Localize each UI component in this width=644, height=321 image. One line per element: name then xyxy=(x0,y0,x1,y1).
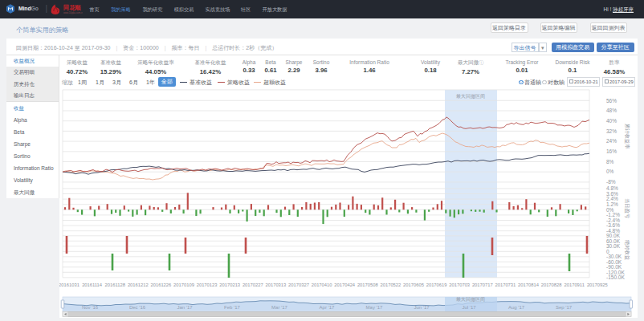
svg-text:24%: 24% xyxy=(606,138,617,144)
svg-text:Mar '17: Mar '17 xyxy=(271,305,287,310)
svg-text:Jul '17: Jul '17 xyxy=(462,305,476,310)
svg-text:最大回撤区间: 最大回撤区间 xyxy=(456,296,485,303)
svg-text:Jan '17: Jan '17 xyxy=(177,305,193,310)
svg-text:8%: 8% xyxy=(606,159,614,165)
svg-text:Jun '17: Jun '17 xyxy=(414,305,430,310)
svg-text:Feb '17: Feb '17 xyxy=(224,305,240,310)
svg-text:20170605: 20170605 xyxy=(403,282,424,287)
svg-text:20170109: 20170109 xyxy=(173,282,194,287)
svg-text:Aug '17: Aug '17 xyxy=(508,305,525,310)
svg-text:20170410: 20170410 xyxy=(312,282,332,287)
svg-text:20161212: 20161212 xyxy=(128,282,149,287)
svg-text:Apr '17: Apr '17 xyxy=(320,305,335,310)
svg-text:-8%: -8% xyxy=(606,179,616,185)
svg-text:20170313: 20170313 xyxy=(266,282,287,287)
svg-text:20170703: 20170703 xyxy=(449,282,470,287)
svg-text:20170522: 20170522 xyxy=(381,282,401,287)
svg-text:48%: 48% xyxy=(606,108,617,113)
svg-text:16%: 16% xyxy=(606,148,617,154)
svg-text:May '17: May '17 xyxy=(366,305,383,310)
svg-text:20170424: 20170424 xyxy=(334,282,356,287)
svg-text:40%: 40% xyxy=(606,118,617,124)
svg-text:32%: 32% xyxy=(606,128,617,134)
svg-text:20161114: 20161114 xyxy=(82,282,103,287)
svg-text:20170828: 20170828 xyxy=(541,282,562,287)
svg-text:20170731: 20170731 xyxy=(495,282,516,287)
svg-text:Nov '16: Nov '16 xyxy=(82,305,99,310)
svg-text:绝对收益: 绝对收益 xyxy=(625,240,630,261)
svg-text:最大回撤区间: 最大回撤区间 xyxy=(456,93,485,100)
svg-text:Sep '17: Sep '17 xyxy=(556,305,573,310)
svg-text:20170717: 20170717 xyxy=(472,282,493,287)
svg-text:-150.0K: -150.0K xyxy=(606,274,625,280)
svg-text:0%: 0% xyxy=(606,169,614,174)
svg-text:20161128: 20161128 xyxy=(105,282,125,287)
svg-text:累计收益率: 累计收益率 xyxy=(625,124,630,149)
svg-text:20161226: 20161226 xyxy=(151,282,172,287)
svg-text:20170814: 20170814 xyxy=(518,282,540,287)
svg-text:20170508: 20170508 xyxy=(357,282,378,287)
svg-text:当日盈亏: 当日盈亏 xyxy=(624,198,630,219)
svg-text:20170925: 20170925 xyxy=(587,282,608,287)
svg-text:20170911: 20170911 xyxy=(565,282,585,287)
svg-text:20170213: 20170213 xyxy=(219,282,240,287)
svg-text:20170227: 20170227 xyxy=(243,282,263,287)
svg-text:20170327: 20170327 xyxy=(288,282,309,287)
svg-text:20170619: 20170619 xyxy=(426,282,447,287)
svg-text:20161031: 20161031 xyxy=(59,282,79,287)
svg-text:56%: 56% xyxy=(606,98,617,104)
svg-text:20170123: 20170123 xyxy=(197,282,218,287)
svg-text:Dec '16: Dec '16 xyxy=(129,305,146,310)
